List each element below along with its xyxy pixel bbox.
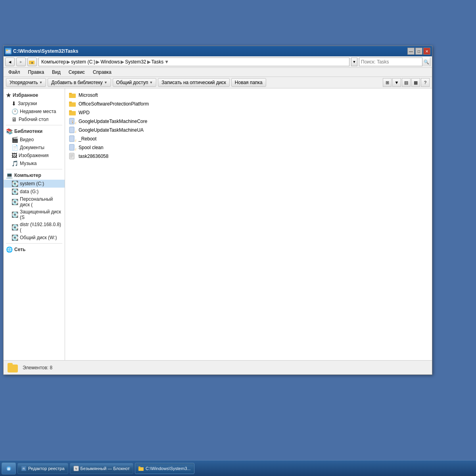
new-folder-button[interactable]: Новая папка bbox=[231, 78, 266, 87]
title-bar: C:\Windows\System32\Tasks — □ ✕ bbox=[4, 46, 432, 56]
sidebar-item-personal-drive[interactable]: 💽 Персональный диск ( bbox=[4, 196, 65, 208]
toolbar: Упорядочить ▼ Добавить в библиотеку ▼ Об… bbox=[4, 77, 432, 88]
add-to-lib-dropdown-icon: ▼ bbox=[104, 81, 107, 84]
sidebar-libraries-header[interactable]: 📚 Библиотеки bbox=[4, 127, 65, 136]
sidebar-item-music[interactable]: 🎵 Музыка bbox=[4, 159, 65, 167]
search-box: 🔍 bbox=[359, 58, 430, 66]
view-dropdown-button[interactable]: ▼ bbox=[392, 78, 401, 87]
svg-text:N: N bbox=[75, 467, 77, 470]
window-icon bbox=[5, 48, 12, 54]
protected-drive-icon: 💽 bbox=[12, 211, 18, 218]
up-folder-button[interactable]: ▲ bbox=[27, 58, 37, 66]
sidebar-divider-3 bbox=[6, 243, 62, 244]
minimize-button[interactable]: — bbox=[407, 48, 415, 55]
menu-edit[interactable]: Правка bbox=[26, 69, 47, 76]
c-drive-icon: 💽 bbox=[12, 180, 18, 187]
menu-help[interactable]: Справка bbox=[90, 69, 114, 76]
menu-file[interactable]: Файл bbox=[6, 69, 23, 76]
sidebar-item-shared-drive[interactable]: 💽 Общий диск (W:) bbox=[4, 234, 65, 242]
search-input[interactable] bbox=[359, 59, 422, 65]
window-controls: — □ ✕ bbox=[407, 48, 430, 55]
sidebar-item-desktop[interactable]: 🖥 Рабочий стол bbox=[4, 115, 65, 123]
maximize-button[interactable]: □ bbox=[415, 48, 422, 55]
sidebar-network-header[interactable]: 🌐 Сеть bbox=[4, 245, 65, 254]
music-icon: 🎵 bbox=[12, 160, 18, 167]
desktop: C:\Windows\System32\Tasks — □ ✕ ◄ ► ▲ Ко… bbox=[0, 0, 476, 476]
file-item-spool-clean[interactable]: ⚠ Spool clean bbox=[67, 143, 430, 152]
menu-tools[interactable]: Сервис bbox=[66, 69, 87, 76]
svg-rect-20 bbox=[69, 136, 74, 142]
downloads-icon: ⬇ bbox=[12, 100, 16, 107]
breadcrumb-windows[interactable]: Windows bbox=[100, 59, 120, 65]
file-item-reboot[interactable]: ⚠ _Reboot bbox=[67, 134, 430, 143]
svg-text:R: R bbox=[23, 467, 25, 470]
window-title: C:\Windows\System32\Tasks bbox=[13, 48, 407, 54]
file-item-office[interactable]: OfficeSoftwareProtectionPlatform bbox=[67, 100, 430, 108]
favorites-star-icon: ★ bbox=[6, 92, 11, 98]
sidebar-item-images[interactable]: 🖼 Изображения bbox=[4, 152, 65, 159]
sidebar-item-recent[interactable]: 🕐 Недавние места bbox=[4, 107, 65, 115]
add-to-library-button[interactable]: Добавить в библиотеку ▼ bbox=[48, 78, 111, 87]
computer-icon: 💻 bbox=[6, 172, 13, 178]
taskbar: ⊞ R Редактор реестра N Безымянный — Блок… bbox=[0, 460, 476, 476]
preview-pane-button[interactable]: ▤ bbox=[402, 78, 411, 87]
status-bar: Элементов: 8 bbox=[4, 360, 432, 374]
address-breadcrumb[interactable]: Компьютер ▶ system (C:) ▶ Windows ▶ Syst… bbox=[38, 58, 349, 66]
sidebar-favorites-header[interactable]: ★ Избранное bbox=[4, 91, 65, 100]
back-button[interactable]: ◄ bbox=[5, 58, 15, 66]
address-dropdown-button[interactable]: ▼ bbox=[351, 58, 357, 66]
organize-button[interactable]: Упорядочить ▼ bbox=[6, 78, 46, 87]
svg-text:▲: ▲ bbox=[31, 61, 34, 64]
svg-text:⚠: ⚠ bbox=[75, 121, 76, 125]
sidebar-network-section: 🌐 Сеть bbox=[4, 245, 65, 254]
task-plain-icon bbox=[69, 153, 76, 160]
items-count: Элементов: 8 bbox=[23, 365, 52, 370]
share-dropdown-icon: ▼ bbox=[149, 81, 153, 84]
breadcrumb-computer[interactable]: Компьютер bbox=[41, 59, 66, 65]
folder-icon bbox=[69, 92, 76, 99]
sidebar-item-network-drive[interactable]: 💽 distr (\\192.168.0.8) ( bbox=[4, 221, 65, 234]
file-item-wpd[interactable]: WPD bbox=[67, 108, 430, 117]
sidebar-item-downloads[interactable]: ⬇ Загрузки bbox=[4, 100, 65, 107]
taskbar-regedit[interactable]: R Редактор реестра bbox=[17, 463, 68, 474]
menu-view[interactable]: Вид bbox=[50, 69, 63, 76]
file-item-google-ua[interactable]: ⚠ GoogleUpdateTaskMachineUA bbox=[67, 126, 430, 134]
breadcrumb-tasks[interactable]: Tasks bbox=[152, 59, 164, 65]
shared-drive-icon: 💽 bbox=[12, 234, 18, 241]
sidebar-item-documents[interactable]: 📄 Документы bbox=[4, 144, 65, 152]
documents-icon: 📄 bbox=[12, 144, 18, 151]
details-pane-button[interactable]: ▦ bbox=[411, 78, 420, 87]
taskbar-notepad[interactable]: N Безымянный — Блокнот bbox=[70, 463, 133, 474]
close-button[interactable]: ✕ bbox=[423, 48, 430, 55]
images-icon: 🖼 bbox=[12, 152, 17, 159]
sidebar-computer-header[interactable]: 💻 Компьютер bbox=[4, 171, 65, 180]
help-button[interactable]: ? bbox=[421, 78, 430, 87]
main-area: ★ Избранное ⬇ Загрузки 🕐 Недавние места … bbox=[4, 88, 432, 360]
file-item-task28[interactable]: task28636058 bbox=[67, 152, 430, 161]
svg-text:⚠: ⚠ bbox=[75, 148, 76, 151]
breadcrumb-drive[interactable]: system (C:) bbox=[71, 59, 95, 65]
video-icon: 🎬 bbox=[12, 136, 18, 143]
burn-button[interactable]: Записать на оптический диск bbox=[158, 78, 230, 87]
network-icon: 🌐 bbox=[6, 246, 13, 253]
forward-button[interactable]: ► bbox=[16, 58, 26, 66]
sidebar-item-video[interactable]: 🎬 Видео bbox=[4, 136, 65, 144]
task-warning-icon: ⚠ bbox=[69, 135, 76, 142]
address-bar: ◄ ► ▲ Компьютер ▶ system (C:) ▶ Windows … bbox=[4, 56, 432, 68]
start-button[interactable]: ⊞ bbox=[2, 463, 16, 474]
svg-rect-10 bbox=[69, 102, 72, 103]
search-button[interactable]: 🔍 bbox=[422, 58, 430, 66]
sidebar-item-g-drive[interactable]: 💽 data (G:) bbox=[4, 188, 65, 196]
sidebar-item-protected-drive[interactable]: 💽 Защищенный диск (S bbox=[4, 208, 65, 221]
sidebar-item-c-drive[interactable]: 💽 system (C:) bbox=[4, 180, 65, 188]
file-item-microsoft[interactable]: Microsoft bbox=[67, 91, 430, 100]
taskbar-explorer[interactable]: C:\Windows\System3... bbox=[135, 463, 194, 474]
sidebar-divider-2 bbox=[6, 169, 62, 169]
breadcrumb-system32[interactable]: System32 bbox=[125, 59, 146, 65]
view-icons-button[interactable]: ⊞ bbox=[383, 78, 392, 87]
view-buttons: ⊞ ▼ ▤ ▦ ? bbox=[383, 78, 430, 87]
file-item-google-core[interactable]: ⚠ ⚠ GoogleUpdateTaskMachineCore bbox=[67, 117, 430, 126]
status-folder-icon bbox=[8, 362, 19, 373]
desktop-icon: 🖥 bbox=[12, 116, 17, 123]
share-button[interactable]: Общий доступ ▼ bbox=[113, 78, 157, 87]
